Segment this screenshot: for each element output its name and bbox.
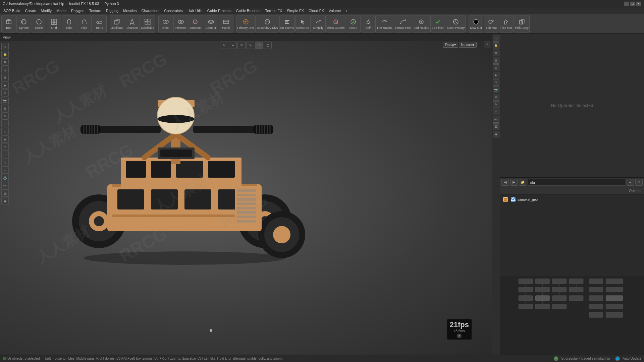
anchor-button[interactable]: ⚓	[1, 174, 9, 181]
color-button[interactable]: ◈	[1, 135, 9, 143]
tube-button[interactable]: Tube	[62, 15, 76, 33]
rt-lock-button[interactable]: 🔒	[493, 42, 499, 49]
snap-button[interactable]: ⊞	[1, 74, 9, 81]
menu-modify[interactable]: Modify	[39, 8, 54, 13]
image2-button[interactable]: 🖼	[1, 189, 9, 197]
menu-hair-utils[interactable]: Hair Utils	[185, 8, 205, 13]
add-radius-button[interactable]: Add Radius	[413, 15, 430, 33]
sphere-button[interactable]: Sphere	[16, 15, 31, 33]
rt-light-button[interactable]: ☀	[493, 79, 499, 86]
box-select-button[interactable]: ⬚	[255, 42, 263, 49]
select-sb-button[interactable]: Select SB	[295, 15, 311, 33]
duplicate-button[interactable]: Duplicate	[110, 15, 124, 33]
menu-create[interactable]: Create	[23, 8, 38, 13]
nav-back-button[interactable]: ◀	[501, 179, 509, 186]
rt-snap-button[interactable]: ⊞	[493, 64, 499, 71]
visible-button[interactable]: ◎	[1, 66, 9, 73]
menu-muscles[interactable]: Muscles	[121, 8, 139, 13]
maximize-button[interactable]: □	[630, 1, 635, 6]
menu-constraints[interactable]: Constraints	[162, 8, 185, 13]
menu-simple-fx[interactable]: Simple FX	[285, 8, 306, 13]
rt-brush-button[interactable]: ✎	[493, 101, 499, 108]
rotate-tool-button[interactable]: ↻	[237, 42, 246, 49]
primary-divs-button[interactable]: Primary Divs	[236, 15, 256, 33]
circle-button[interactable]: Circle	[32, 15, 46, 33]
sharpen-button[interactable]: Sharpen	[125, 15, 140, 33]
pivot-button[interactable]: ⊕	[1, 105, 9, 112]
intersect-button[interactable]: Intersect	[173, 15, 188, 33]
flat-radius-button[interactable]: Flat Radius	[376, 15, 393, 33]
menu-guide-process[interactable]: Guide Process	[205, 8, 233, 13]
box-button[interactable]: Box	[1, 15, 16, 33]
menu-sop-build[interactable]: SOP Build	[1, 8, 22, 13]
camera-select-button[interactable]: No cam▾	[459, 42, 477, 48]
light-button[interactable]: ☀	[1, 89, 9, 97]
nav-folder-button[interactable]: 📁	[519, 179, 526, 186]
network-path-bar[interactable]: obj	[528, 179, 625, 186]
extract-path-button[interactable]: Extract Path	[394, 15, 412, 33]
rt-cam-button[interactable]: 📷	[493, 86, 499, 93]
add-node-button[interactable]: +	[627, 179, 634, 186]
torus-button[interactable]: Torus	[92, 15, 107, 33]
dots-button[interactable]: ⋯	[1, 151, 9, 158]
paint2-button[interactable]: ∿	[1, 159, 9, 166]
menu-rigging[interactable]: Rigging	[104, 8, 120, 13]
rt-play-button[interactable]: ▶	[493, 72, 499, 78]
shift-button[interactable]: Shift	[361, 15, 376, 33]
pick-copy-button[interactable]: Pick Copy	[514, 15, 530, 33]
material-button[interactable]: ◇	[1, 143, 9, 150]
minimize-button[interactable]: –	[624, 1, 629, 6]
viewport-info-button[interactable]: ?	[484, 42, 490, 48]
menu-volume[interactable]: Volume	[327, 8, 343, 13]
rt-geo-button[interactable]: ◉	[493, 131, 499, 137]
network-icon[interactable]: 🌐	[615, 356, 620, 361]
rt-x-button[interactable]: ✕	[493, 50, 499, 56]
brush-button[interactable]: ✎	[1, 112, 9, 120]
edit-mat-button[interactable]: Edit Mat	[484, 15, 498, 33]
show-cutters-button[interactable]: show Cutters	[326, 15, 346, 33]
pick-mat-button[interactable]: Pick Mat	[499, 15, 514, 33]
rt-home-button[interactable]: ⌂	[493, 35, 499, 42]
sb-parms-button[interactable]: SB Parms	[279, 15, 295, 33]
rt-visible-button[interactable]: ◎	[493, 57, 499, 64]
perspective-button[interactable]: Persp▾	[443, 42, 458, 48]
render-button[interactable]: ▶	[1, 81, 9, 89]
node-network[interactable]	[500, 276, 644, 355]
lasso-select-button[interactable]: ⊡	[264, 42, 272, 49]
menu-characters[interactable]: Characters	[139, 8, 161, 13]
secondary-divs-button[interactable]: Secondary Divs	[256, 15, 279, 33]
eraser-button[interactable]: ◻	[1, 120, 9, 127]
menu-model[interactable]: Model	[54, 8, 68, 13]
close-button[interactable]: ✕	[636, 1, 641, 6]
subdivide-button[interactable]: Subdivide	[140, 15, 155, 33]
menu-guide-brushes[interactable]: Guide Brushes	[234, 8, 263, 13]
lock-button[interactable]: 🔒	[1, 51, 9, 58]
pipe-button[interactable]: Pipe	[77, 15, 92, 33]
geo-button[interactable]: ◉	[1, 197, 9, 204]
viewport[interactable]: View RRCG 人人素材 RRCG 人人素材 RRCG 人人素材 RRCG …	[0, 34, 492, 355]
rt-abc-button[interactable]: abc	[493, 116, 499, 123]
new-mat-button[interactable]: New Mat	[469, 15, 483, 33]
menu-terrain-fx[interactable]: Terrain FX	[263, 8, 284, 13]
rt-eraser-button[interactable]: ◻	[493, 109, 499, 115]
window-controls[interactable]: – □ ✕	[624, 1, 641, 6]
sb-finish-button[interactable]: SB Finish	[430, 15, 445, 33]
rt-pivot-button[interactable]: ⊕	[493, 94, 499, 101]
select-tool-button[interactable]: ↖	[220, 42, 228, 49]
scene-background[interactable]: RRCG 人人素材 RRCG 人人素材 RRCG 人人素材 RRCG 人人素材 …	[0, 34, 492, 355]
scale-tool-button[interactable]: ⤡	[246, 42, 254, 49]
uncut-button[interactable]: Uncut	[346, 15, 361, 33]
simplify-button[interactable]: Simplify	[311, 15, 326, 33]
nav-forward-button[interactable]: ▶	[510, 179, 518, 186]
contour-button[interactable]: Contour	[204, 15, 218, 33]
object-item-samokat[interactable]: samokat_geo	[501, 196, 643, 203]
camera2-button[interactable]: 📷	[1, 97, 9, 104]
x-ray-button[interactable]: ✕	[1, 58, 9, 66]
menu-cloud-fx[interactable]: Cloud FX	[307, 8, 326, 13]
menu-texture[interactable]: Texture	[87, 8, 103, 13]
union-button[interactable]: Union	[158, 15, 173, 33]
abc-button[interactable]: abc	[1, 182, 9, 189]
network-settings-button[interactable]: ⚙	[635, 179, 643, 186]
manip-button[interactable]: ⊹	[1, 166, 9, 174]
rt-image-button[interactable]: 🖼	[493, 123, 499, 130]
